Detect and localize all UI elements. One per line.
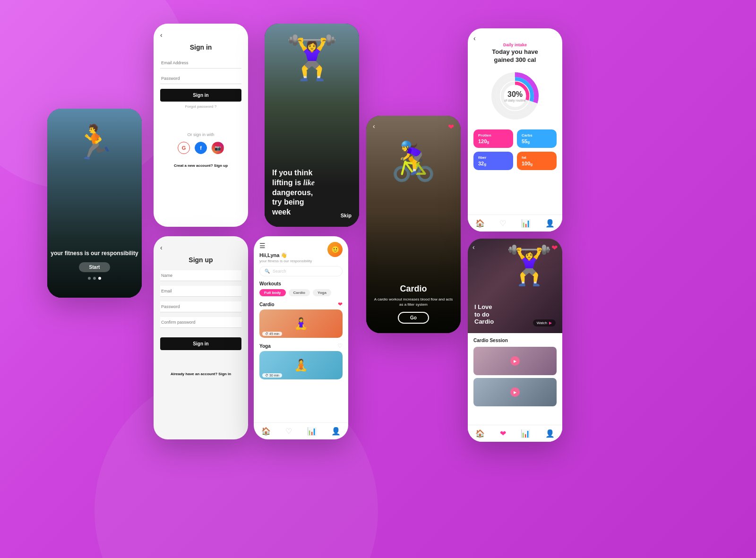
dot-3-active [98,277,101,280]
dot-1 [88,277,91,280]
back-arrow[interactable]: ‹ [160,31,241,39]
back-arrow[interactable]: ‹ [160,244,241,251]
confirm-password-field[interactable] [160,317,241,328]
nav-chart-icon[interactable]: 📊 [521,219,531,228]
cardio-session-section: Cardio Session ▶ ▶ [468,333,562,414]
instagram-signin[interactable]: 📷 [212,142,224,154]
macro-grid: Protien 120g Carbs 55g fiber 32g fat 100… [473,129,557,170]
screen-video: 🏋️‍♀️ ‹ ❤ I Loveto doCardio Watch ▶ Card… [468,239,562,442]
signin-prompt: Already have an account? Sign in [160,372,241,376]
hamburger-menu-icon[interactable]: ☰ [259,242,312,249]
macro-fat: fat 100g [517,152,557,170]
tab-cardio[interactable]: Cardio [289,289,310,296]
play-circle-2[interactable]: ▶ [510,387,520,397]
facebook-signin[interactable]: f [195,142,207,154]
email-field[interactable] [160,58,241,69]
tab-yoga[interactable]: Yoga [313,289,331,296]
screen-motivational: 🏋️‍♀️ If you think lifting is like dange… [265,24,359,227]
nav-heart-icon[interactable]: ♡ [499,219,506,228]
play-circle-1[interactable]: ▶ [510,356,520,366]
donut-percent: 30% [504,90,526,98]
session-title: Cardio Session [473,338,557,343]
motivational-quote: If you think lifting is like dangerous, … [272,168,352,217]
skip-button[interactable]: Skip [341,213,352,218]
screen-nutrition: ‹ Daily intake Today you have gained 300… [468,28,562,232]
dot-2 [93,277,96,280]
cardio-timer: ⏱ 45 min [262,332,282,336]
session-thumb-2[interactable]: ▶ [473,378,557,406]
nutrition-title: Today you have gained 300 cal [473,48,557,64]
session-thumb-1[interactable]: ▶ [473,347,557,375]
nav-heart-icon[interactable]: ♡ [285,427,292,436]
nav-home-icon[interactable]: 🏠 [261,427,271,436]
video-bottom-nav: 🏠 ❤ 📊 👤 [468,425,562,442]
password-field[interactable] [160,301,241,312]
search-placeholder: Search [273,269,286,274]
video-hero: 🏋️‍♀️ ‹ ❤ I Loveto doCardio Watch ▶ [468,239,562,333]
screen-splash: 🏃 your fitness is our responsibility Sta… [47,109,142,298]
cardio-heart-icon[interactable]: ❤ [338,301,343,308]
yoga-heart-icon[interactable]: ♡ [337,343,343,349]
macro-fiber: fiber 32g [473,152,513,170]
or-divider: Or sign in with [160,132,241,137]
signup-submit-button[interactable]: Sign in [160,337,241,350]
donut-center: 30% of daily routine [504,90,526,102]
donut-sublabel: of daily routine [504,98,526,102]
signup-link[interactable]: Sign up [214,163,228,168]
splash-tagline: your fitness is our responsibility [51,250,138,258]
bottom-nav: 🏠 ♡ 📊 👤 [254,422,348,439]
name-field[interactable] [160,270,241,281]
forgot-password[interactable]: Forgot password ? [160,104,241,109]
nav-heart-icon[interactable]: ❤ [500,429,506,438]
cardio-title: Cardio [374,284,453,294]
signup-title: Sign up [160,256,241,264]
screen-signup: ‹ Sign up Sign in Already have an accoun… [154,236,248,439]
macro-carbs: Carbs 55g [517,129,557,148]
back-arrow[interactable]: ‹ [473,34,476,42]
yoga-timer: ⏱ 30 min [262,373,282,378]
search-icon: 🔍 [265,269,270,274]
screen-signin: ‹ Sign in Sign in Forgot password ? Or s… [154,24,248,227]
screen-dashboard: ☰ Hii,Lyna 👋 your fitness is our respons… [254,236,348,439]
nav-chart-icon[interactable]: 📊 [521,429,530,438]
signup-prompt: Creat a new account? Sign up [160,163,241,168]
screen-cardio-detail: 🚴‍♀️ Cardio A cardio workout increases b… [366,116,461,333]
tab-full-body[interactable]: Full body [259,289,286,296]
back-arrow[interactable]: ‹ [373,122,375,130]
email-field[interactable] [160,286,241,297]
cardio-description: A cardio workout increases blood flow an… [374,297,453,307]
nutrition-bottom-nav: 🏠 ♡ 📊 👤 [468,215,562,232]
nav-chart-icon[interactable]: 📊 [307,427,317,436]
daily-intake-label: Daily intake [473,43,557,47]
nav-home-icon[interactable]: 🏠 [475,219,485,228]
greeting: Hii,Lyna 👋 [259,252,312,258]
dashboard-subtext: your fitness is our responsibility [259,259,312,263]
cardio-workout-card[interactable]: Cardio ❤ 🧘‍♀️ ⏱ 45 min [259,301,343,338]
nav-home-icon[interactable]: 🏠 [475,429,485,438]
nav-profile-icon[interactable]: 👤 [331,427,341,436]
search-bar[interactable]: 🔍 Search [259,266,343,276]
back-arrow[interactable]: ‹ [472,243,475,251]
go-button[interactable]: Go [398,312,429,324]
cardio-card-title: Cardio [259,302,275,307]
workouts-title: Workouts [259,281,343,286]
video-overlay-text: I Loveto doCardio [474,303,494,326]
password-field[interactable] [160,73,241,84]
nav-profile-icon[interactable]: 👤 [545,429,555,438]
start-button[interactable]: Start [79,262,111,272]
donut-chart: 30% of daily routine [489,70,541,122]
user-avatar[interactable]: 🙂 [327,242,343,257]
nav-profile-icon[interactable]: 👤 [545,219,555,228]
signin-link[interactable]: Sign in [218,372,231,376]
google-signin[interactable]: G [178,142,190,154]
heart-icon[interactable]: ❤ [448,122,454,131]
yoga-workout-card[interactable]: Yoga ♡ 🧘 ⏱ 30 min [259,343,343,379]
yoga-card-title: Yoga [259,343,271,349]
yoga-card-image: 🧘 ⏱ 30 min [259,351,343,379]
signin-button[interactable]: Sign in [160,89,241,102]
signin-title: Sign in [160,43,241,51]
cardio-card-image: 🧘‍♀️ ⏱ 45 min [259,309,343,338]
macro-protein: Protien 120g [473,129,513,148]
